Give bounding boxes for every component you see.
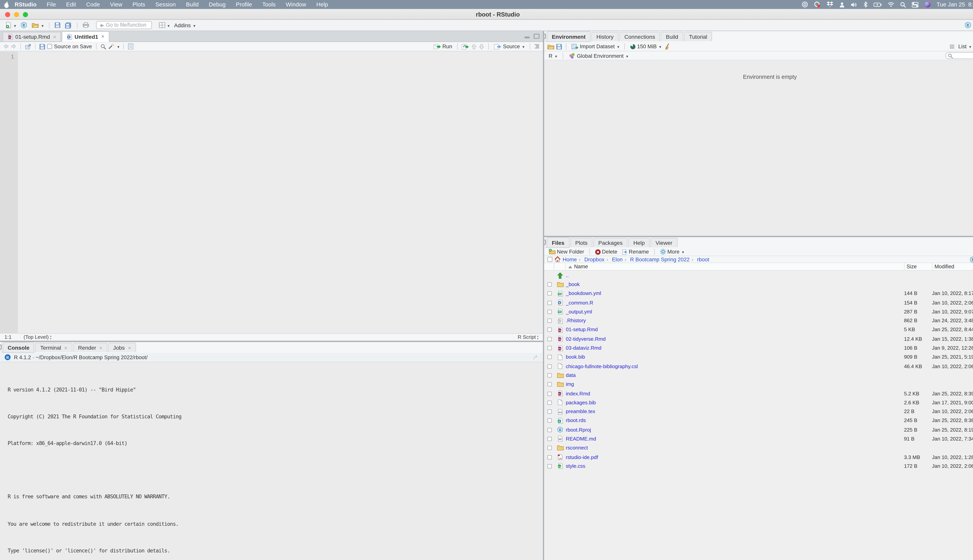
filetype-selector[interactable]: R Script — [518, 334, 538, 340]
close-window-button[interactable] — [5, 12, 10, 17]
wifi-icon[interactable] — [888, 2, 895, 7]
apple-icon[interactable] — [4, 1, 10, 8]
row-checkbox[interactable] — [547, 328, 551, 332]
file-link[interactable]: img — [566, 382, 904, 387]
source-tab[interactable]: Rmd 01-setup.Rmd — [3, 32, 61, 41]
console-tab[interactable]: Terminal — [35, 343, 72, 352]
console-tab[interactable]: Jobs — [108, 343, 136, 352]
menu-item[interactable]: Edit — [61, 2, 81, 8]
file-link[interactable]: style.css — [566, 463, 904, 469]
menu-item[interactable]: Window — [281, 2, 311, 8]
environment-tab[interactable]: Connections — [619, 32, 660, 41]
file-link[interactable]: _output.yml — [566, 309, 904, 315]
file-link[interactable]: .Rhistory — [566, 318, 904, 323]
dropbox-icon[interactable] — [826, 2, 834, 8]
home-icon[interactable] — [555, 256, 561, 263]
memory-usage-button[interactable]: 150 MiB — [629, 43, 663, 50]
menu-item[interactable]: Session — [150, 2, 181, 8]
delete-button[interactable]: Delete — [594, 248, 619, 255]
breadcrumb-item[interactable]: Dropbox — [579, 256, 605, 263]
load-workspace-icon[interactable] — [547, 43, 555, 49]
console-tab[interactable]: Console — [3, 342, 35, 353]
file-link[interactable]: .. — [566, 272, 904, 278]
row-checkbox[interactable] — [547, 437, 551, 441]
console-tab[interactable]: Render — [73, 343, 107, 352]
code-editor[interactable]: 1 — [0, 52, 543, 333]
siri-icon[interactable] — [925, 2, 931, 8]
file-link[interactable]: chicago-fullnote-bibliography.csl — [566, 363, 904, 369]
tab-close-icon[interactable] — [53, 34, 56, 40]
menu-item[interactable]: Code — [81, 2, 105, 8]
maximize-pane-icon[interactable] — [544, 240, 546, 245]
import-dataset-button[interactable]: Import Dataset — [570, 43, 621, 50]
row-checkbox[interactable] — [547, 309, 551, 314]
new-folder-button[interactable]: New Folder — [547, 248, 585, 255]
file-row[interactable]: Rmd 03-dataviz.Rmd 106 B Jan 9, 2022, 12… — [544, 343, 973, 353]
menu-item[interactable]: Tools — [257, 2, 281, 8]
file-link[interactable]: rstudio-ide.pdf — [566, 454, 904, 460]
environment-selector[interactable]: Global Environment — [568, 52, 629, 59]
file-row[interactable]: R rboot.Rproj 225 B Jan 25, 2022, 8:19 A… — [544, 425, 973, 435]
focus-icon[interactable] — [802, 2, 808, 8]
file-link[interactable]: rboot.Rproj — [566, 427, 904, 433]
file-row[interactable]: TeX preamble.tex 22 B Jan 10, 2022, 2:06… — [544, 407, 973, 416]
code-tools-icon[interactable] — [108, 43, 114, 50]
maximize-pane-icon[interactable] — [533, 34, 540, 39]
file-row[interactable]: .. — [544, 271, 973, 280]
environment-tab[interactable]: Environment — [547, 31, 591, 42]
menubar-clock[interactable]: Tue Jan 25 8:44 AM — [936, 2, 973, 8]
save-all-button[interactable] — [63, 21, 73, 29]
breadcrumb-item[interactable]: rboot — [691, 256, 709, 263]
row-checkbox[interactable] — [547, 400, 551, 405]
minimize-window-button[interactable] — [14, 12, 19, 17]
back-icon[interactable] — [3, 44, 9, 49]
row-checkbox[interactable] — [547, 300, 551, 305]
project-cube-icon[interactable]: R — [970, 256, 973, 263]
minimize-pane-icon[interactable] — [524, 34, 530, 39]
save-icon[interactable] — [40, 43, 45, 49]
file-row[interactable]: Rmd 01-setup.Rmd 5 KB Jan 25, 2022, 8:44… — [544, 325, 973, 335]
spotlight-icon[interactable] — [900, 2, 906, 7]
battery-icon[interactable] — [874, 2, 882, 7]
file-row[interactable]: book.bib 909 B Jan 25, 2021, 5:19 PM — [544, 353, 973, 362]
file-row[interactable]: .Rhistory 862 B Jan 24, 2022, 3:48 PM — [544, 316, 973, 325]
environment-tab[interactable]: Tutorial — [684, 32, 712, 41]
control-center-icon[interactable] — [912, 2, 919, 7]
file-link[interactable]: _book — [566, 282, 904, 287]
new-file-button[interactable] — [5, 21, 17, 29]
menu-item[interactable]: Debug — [204, 2, 231, 8]
row-checkbox[interactable] — [547, 282, 551, 287]
maximize-pane-icon[interactable] — [544, 34, 546, 39]
new-project-button[interactable]: R — [19, 21, 29, 29]
tab-close-icon[interactable] — [64, 345, 67, 350]
file-row[interactable]: Rmd index.Rmd 5.2 KB Jan 25, 2022, 8:39 … — [544, 389, 973, 398]
file-row[interactable]: img — [544, 380, 973, 389]
editor-text-area[interactable] — [18, 52, 543, 333]
file-link[interactable]: index.Rmd — [566, 391, 904, 397]
files-tab[interactable]: Packages — [593, 238, 628, 247]
row-checkbox[interactable] — [547, 418, 551, 423]
modified-column-header[interactable]: Modified — [932, 263, 973, 270]
size-column-header[interactable]: Size — [904, 263, 932, 270]
file-row[interactable]: YML _output.yml 287 B Jan 10, 2022, 9:07… — [544, 307, 973, 317]
tab-close-icon[interactable] — [128, 345, 131, 350]
file-row[interactable]: CSS style.css 172 B Jan 10, 2022, 2:06 P… — [544, 462, 973, 471]
tab-close-icon[interactable] — [102, 34, 104, 39]
find-replace-icon[interactable] — [100, 43, 106, 49]
file-row[interactable]: R _common.R 154 B Jan 10, 2022, 2:06 PM — [544, 298, 973, 307]
files-tab[interactable]: Help — [628, 238, 650, 247]
language-selector[interactable]: R — [547, 52, 558, 59]
addins-button[interactable]: Addins — [173, 21, 197, 29]
tab-close-icon[interactable] — [100, 345, 102, 350]
row-checkbox[interactable] — [547, 391, 551, 396]
save-workspace-icon[interactable] — [556, 43, 562, 49]
breadcrumb-item[interactable]: R Bootcamp Spring 2022 — [625, 256, 690, 263]
row-checkbox[interactable] — [547, 346, 551, 350]
environment-search-input[interactable] — [945, 52, 973, 59]
file-link[interactable]: packages.bib — [566, 400, 904, 405]
file-row[interactable]: pdf rstudio-ide.pdf 3.3 MB Jan 10, 2022,… — [544, 453, 973, 462]
file-row[interactable]: R rboot.rds 245 B Jan 25, 2022, 8:38 AM — [544, 416, 973, 425]
row-checkbox[interactable] — [547, 291, 551, 296]
row-checkbox[interactable] — [547, 382, 551, 387]
source-button[interactable]: Source — [493, 43, 526, 50]
